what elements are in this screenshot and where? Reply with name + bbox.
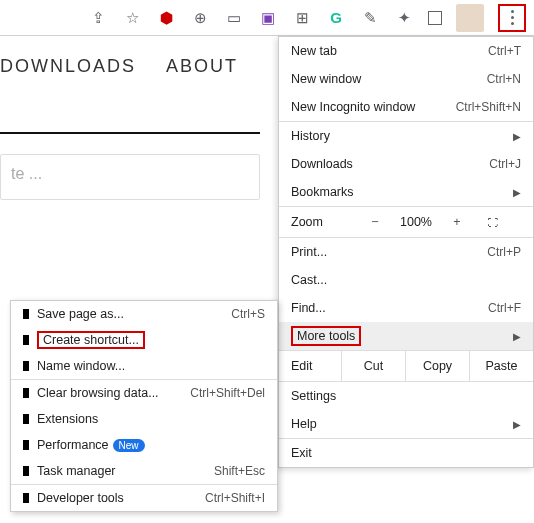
- text-input[interactable]: te ...: [0, 154, 260, 200]
- submenu-task-manager[interactable]: Task managerShift+Esc: [11, 458, 277, 484]
- zoom-label: Zoom: [279, 215, 357, 229]
- create-shortcut-label: Create shortcut...: [37, 331, 145, 349]
- paste-button[interactable]: Paste: [469, 351, 533, 381]
- menu-zoom: Zoom − 100% + ⛶: [279, 207, 533, 237]
- zoom-percent: 100%: [393, 215, 439, 229]
- menu-cast[interactable]: Cast...: [279, 266, 533, 294]
- extension-icon-3[interactable]: ✎: [360, 8, 380, 28]
- more-tools-label: More tools: [291, 326, 361, 346]
- menu-new-tab[interactable]: New tabCtrl+T: [279, 37, 533, 65]
- chevron-right-icon: ▶: [513, 331, 521, 342]
- menu-print[interactable]: Print...Ctrl+P: [279, 238, 533, 266]
- adblock-icon[interactable]: ⬢: [156, 8, 176, 28]
- bookmark-star-icon[interactable]: ☆: [122, 8, 142, 28]
- menu-exit[interactable]: Exit: [279, 439, 533, 467]
- chevron-right-icon: ▶: [513, 187, 521, 198]
- menu-edit-row: Edit Cut Copy Paste: [279, 351, 533, 381]
- submenu-create-shortcut[interactable]: Create shortcut...: [11, 327, 277, 353]
- chevron-right-icon: ▶: [513, 419, 521, 430]
- nav-about[interactable]: ABOUT: [166, 56, 238, 77]
- chrome-main-menu: New tabCtrl+T New windowCtrl+N New Incog…: [278, 36, 534, 468]
- menu-more-tools[interactable]: More tools▶: [279, 322, 533, 350]
- cut-button[interactable]: Cut: [341, 351, 405, 381]
- submenu-clear-data[interactable]: Clear browsing data...Ctrl+Shift+Del: [11, 380, 277, 406]
- side-panel-icon[interactable]: [428, 11, 442, 25]
- submenu-save-page[interactable]: Save page as...Ctrl+S: [11, 301, 277, 327]
- browser-toolbar: ⇪ ☆ ⬢ ⊕ ▭ ▣ ⊞ G ✎ ✦: [0, 0, 534, 36]
- menu-find[interactable]: Find...Ctrl+F: [279, 294, 533, 322]
- submenu-dev-tools[interactable]: Developer toolsCtrl+Shift+I: [11, 485, 277, 511]
- submenu-name-window[interactable]: Name window...: [11, 353, 277, 379]
- profile-avatar[interactable]: [456, 4, 484, 32]
- menu-bookmarks[interactable]: Bookmarks▶: [279, 178, 533, 206]
- zoom-out-button[interactable]: −: [357, 215, 393, 229]
- extension-icon-1[interactable]: ▣: [258, 8, 278, 28]
- save-page-icon[interactable]: ▭: [224, 8, 244, 28]
- divider: [0, 132, 260, 134]
- chevron-right-icon: ▶: [513, 131, 521, 142]
- menu-new-window[interactable]: New windowCtrl+N: [279, 65, 533, 93]
- menu-help[interactable]: Help▶: [279, 410, 533, 438]
- submenu-performance[interactable]: PerformanceNew: [11, 432, 277, 458]
- share-icon[interactable]: ⇪: [88, 8, 108, 28]
- edit-label: Edit: [279, 359, 341, 373]
- menu-history[interactable]: History▶: [279, 122, 533, 150]
- grammarly-icon[interactable]: G: [326, 8, 346, 28]
- globe-icon[interactable]: ⊕: [190, 8, 210, 28]
- main-menu-button[interactable]: [498, 4, 526, 32]
- menu-downloads[interactable]: DownloadsCtrl+J: [279, 150, 533, 178]
- fullscreen-icon[interactable]: ⛶: [475, 217, 511, 228]
- nav-downloads[interactable]: DOWNLOADS: [0, 56, 136, 77]
- more-tools-submenu: Save page as...Ctrl+S Create shortcut...…: [10, 300, 278, 512]
- menu-incognito[interactable]: New Incognito windowCtrl+Shift+N: [279, 93, 533, 121]
- menu-settings[interactable]: Settings: [279, 382, 533, 410]
- extension-icon-2[interactable]: ⊞: [292, 8, 312, 28]
- copy-button[interactable]: Copy: [405, 351, 469, 381]
- kebab-icon: [511, 10, 514, 25]
- extensions-puzzle-icon[interactable]: ✦: [394, 8, 414, 28]
- new-badge: New: [113, 439, 145, 452]
- zoom-in-button[interactable]: +: [439, 215, 475, 229]
- submenu-extensions[interactable]: Extensions: [11, 406, 277, 432]
